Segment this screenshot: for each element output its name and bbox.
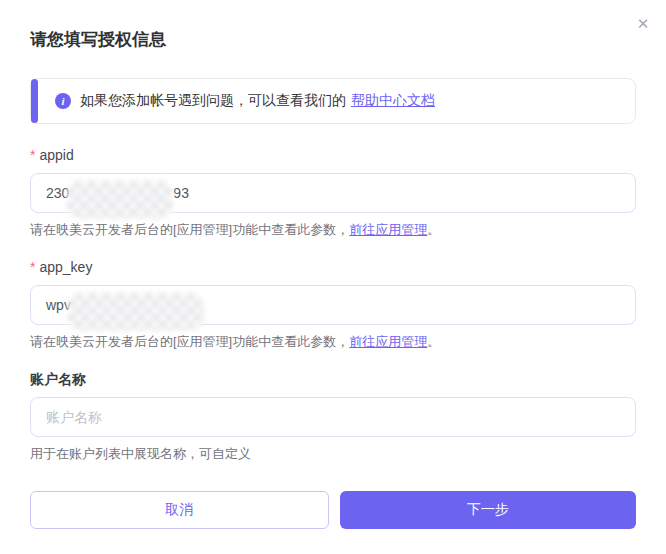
appid-helper-text: 请在映美云开发者后台的[应用管理]功能中查看此参数， xyxy=(30,222,349,237)
go-to-app-management-link[interactable]: 前往应用管理 xyxy=(349,334,427,349)
dialog-footer: 取消 下一步 xyxy=(30,491,636,529)
page-title: 请您填写授权信息 xyxy=(30,28,636,52)
field-app-key: *app_key wpv 请在映美云开发者后台的[应用管理]功能中查看此参数，前… xyxy=(30,258,636,351)
close-icon[interactable]: ✕ xyxy=(632,13,654,35)
appid-label: *appid xyxy=(30,146,636,164)
help-center-link[interactable]: 帮助中心文档 xyxy=(351,92,435,108)
banner-message: 如果您添加帐号遇到问题，可以查看我们的 xyxy=(80,92,346,108)
app-key-helper: 请在映美云开发者后台的[应用管理]功能中查看此参数，前往应用管理。 xyxy=(30,333,636,351)
app-key-label-text: app_key xyxy=(39,259,92,275)
app-key-label: *app_key xyxy=(30,258,636,276)
appid-value-prefix: 230 xyxy=(46,185,69,201)
appid-input[interactable]: 23093 xyxy=(30,173,636,213)
app-key-helper-text: 请在映美云开发者后台的[应用管理]功能中查看此参数， xyxy=(30,334,349,349)
go-to-app-management-link[interactable]: 前往应用管理 xyxy=(349,222,427,237)
next-step-button[interactable]: 下一步 xyxy=(340,491,637,529)
appid-helper-end: 。 xyxy=(427,222,440,237)
info-icon: i xyxy=(55,93,71,109)
cancel-button[interactable]: 取消 xyxy=(30,491,329,529)
required-asterisk: * xyxy=(30,147,35,163)
appid-helper: 请在映美云开发者后台的[应用管理]功能中查看此参数，前往应用管理。 xyxy=(30,221,636,239)
authorization-dialog: 请您填写授权信息 i 如果您添加帐号遇到问题，可以查看我们的帮助中心文档 *ap… xyxy=(0,0,666,529)
account-name-label: 账户名称 xyxy=(30,370,636,388)
help-banner: i 如果您添加帐号遇到问题，可以查看我们的帮助中心文档 xyxy=(30,78,636,124)
field-appid: *appid 23093 请在映美云开发者后台的[应用管理]功能中查看此参数，前… xyxy=(30,146,636,239)
app-key-redaction-blur xyxy=(68,293,204,331)
required-asterisk: * xyxy=(30,259,35,275)
appid-redaction-blur xyxy=(67,181,173,219)
app-key-input[interactable]: wpv xyxy=(30,285,636,325)
account-name-helper: 用于在账户列表中展现名称，可自定义 xyxy=(30,445,636,463)
appid-label-text: appid xyxy=(39,147,73,163)
appid-value-suffix: 93 xyxy=(173,185,189,201)
account-name-input[interactable] xyxy=(30,397,636,437)
field-account-name: 账户名称 用于在账户列表中展现名称，可自定义 xyxy=(30,370,636,463)
banner-text: 如果您添加帐号遇到问题，可以查看我们的帮助中心文档 xyxy=(80,92,435,110)
app-key-helper-end: 。 xyxy=(427,334,440,349)
banner-accent-bar xyxy=(31,79,38,123)
